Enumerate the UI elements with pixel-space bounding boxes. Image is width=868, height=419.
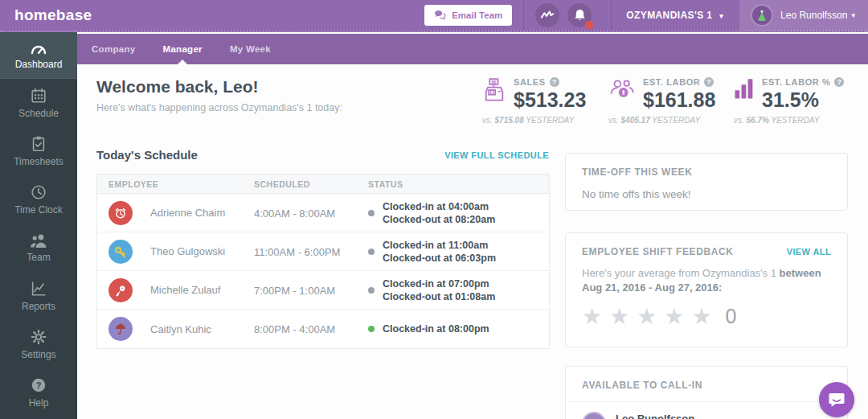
callin-panel: AVAILABLE TO CALL-IN Leo Runolfsson EMPL… <box>565 366 848 419</box>
avatar <box>582 412 606 419</box>
help-tooltip-icon[interactable]: ? <box>550 77 559 87</box>
dashboard-subnav: Company Manager My Week <box>77 34 868 64</box>
header-divider <box>523 0 524 31</box>
microphone-icon <box>114 284 127 297</box>
scheduled-time: 8:00PM - 4:00AM <box>254 323 335 335</box>
status-dot <box>368 287 375 294</box>
table-row: Michelle Zulauf 7:00PM - 1:00AM Clocked-… <box>97 271 549 310</box>
avatar <box>751 4 773 27</box>
bell-icon <box>574 9 586 22</box>
scheduled-time: 7:00PM - 1:00AM <box>254 285 335 297</box>
notification-badge <box>585 21 593 29</box>
notifications-button[interactable] <box>567 3 592 27</box>
sidebar-item-label: Dashboard <box>15 59 63 70</box>
timeoff-panel: TIME-OFF THIS WEEK No time offs this wee… <box>565 153 848 211</box>
tab-manager[interactable]: Manager <box>160 34 206 64</box>
stat-value: $161.88 <box>643 88 715 112</box>
view-all-link[interactable]: VIEW ALL <box>787 247 831 257</box>
help-tooltip-icon[interactable]: ? <box>834 77 844 87</box>
status-dot <box>368 249 375 255</box>
sidebar-item-label: Schedule <box>18 108 59 119</box>
sidebar-item-reports[interactable]: Reports <box>0 272 77 320</box>
chevron-down-icon: ▾ <box>719 12 723 20</box>
activity-button[interactable] <box>535 3 559 27</box>
status-text: Clocked-in at 11:00am Clocked-out at 06:… <box>383 239 496 265</box>
stat-est-labor: EST. LABOR? $161.88 vs. $405.17 YESTERDA… <box>608 77 715 125</box>
employee-name: Michelle Zulauf <box>150 284 220 296</box>
sidebar-item-help[interactable]: ? Help <box>0 368 77 417</box>
view-full-schedule-link[interactable]: VIEW FULL SCHEDULE <box>444 150 549 160</box>
sidebar-item-schedule[interactable]: Schedule <box>0 79 77 127</box>
homebase-dashboard: homebase Email Team OZYMANDIAS'S 1 ▾ <box>0 0 868 419</box>
top-header: homebase Email Team OZYMANDIAS'S 1 ▾ <box>0 0 868 32</box>
help-icon: ? <box>30 376 47 394</box>
team-icon <box>29 232 48 249</box>
sidebar-item-label: Settings <box>21 349 55 360</box>
schedule-table: EMPLOYEE SCHEDULED STATUS Adrienne Chaim… <box>96 174 550 349</box>
team-group-icon <box>608 77 636 101</box>
homebase-logo: homebase <box>0 6 92 24</box>
star-icon: ★ <box>691 303 711 330</box>
callin-employee-name: Leo Runolfsson <box>616 413 694 419</box>
support-chat-button[interactable] <box>819 382 854 417</box>
clock-icon <box>30 183 47 201</box>
chat-smile-icon <box>828 392 845 408</box>
clipboard-icon <box>30 135 47 153</box>
page-title: Welcome back, Leo! <box>96 77 259 97</box>
timeoff-title: TIME-OFF THIS WEEK <box>582 166 831 178</box>
scheduled-time: 4:00AM - 8:00AM <box>254 207 335 220</box>
svg-text:?: ? <box>36 380 42 390</box>
column-header-status: STATUS <box>368 179 549 189</box>
email-team-button[interactable]: Email Team <box>424 5 512 26</box>
list-item: Leo Runolfsson EMPLOYEE <box>582 412 831 419</box>
sidebar-item-time-clock[interactable]: Time Clock <box>0 175 77 224</box>
key-icon <box>114 245 127 258</box>
star-icon: ★ <box>664 303 684 330</box>
stat-sales: SALES? $513.23 vs. $715.08 YESTERDAY <box>482 77 586 125</box>
sidebar-item-label: Reports <box>22 301 55 312</box>
avatar <box>108 240 133 264</box>
sidebar-item-timesheets[interactable]: Timesheets <box>0 127 77 175</box>
company-selector[interactable]: OZYMANDIAS'S 1 ▾ <box>626 10 723 21</box>
schedule-table-header: EMPLOYEE SCHEDULED STATUS <box>97 175 549 194</box>
sidebar-item-team[interactable]: Team <box>0 224 77 272</box>
employee-name: Caitlyn Kuhic <box>150 323 211 335</box>
help-tooltip-icon[interactable]: ? <box>704 77 714 87</box>
feedback-panel: EMPLOYEE SHIFT FEEDBACK VIEW ALL Here's … <box>565 232 848 347</box>
sidebar-item-settings[interactable]: Settings <box>0 320 77 368</box>
chat-bubble-icon <box>434 10 446 22</box>
table-row: Adrienne Chaim 4:00AM - 8:00AM Clocked-i… <box>97 194 549 232</box>
star-icon: ★ <box>637 303 657 330</box>
rating-value: 0 <box>726 305 737 328</box>
activity-icon <box>540 10 555 21</box>
timeoff-body: No time offs this week! <box>582 188 831 200</box>
tab-my-week[interactable]: My Week <box>227 34 274 64</box>
avatar <box>108 317 133 341</box>
gear-icon <box>30 328 47 346</box>
employee-name: Theo Gulgowski <box>150 245 225 257</box>
welcome-subtitle: Here's what's happening across Ozymandia… <box>96 101 354 115</box>
stat-comparison: vs. $715.08 YESTERDAY <box>482 116 586 125</box>
stat-comparison: vs. $405.17 YESTERDAY <box>608 116 715 125</box>
sidebar-item-dashboard[interactable]: Dashboard <box>0 32 77 79</box>
stat-comparison: vs. 56.7% YESTERDAY <box>734 116 844 125</box>
stat-value: 31.5% <box>762 88 844 112</box>
header-actions: Email Team OZYMANDIAS'S 1 ▾ Leo Runolfss… <box>424 0 868 31</box>
column-header-employee: EMPLOYEE <box>97 179 254 189</box>
user-menu[interactable]: Leo Runolfsson ▾ <box>739 0 868 31</box>
status-dot <box>368 326 375 332</box>
tab-company[interactable]: Company <box>88 34 139 64</box>
calendar-icon <box>30 87 47 105</box>
sidebar-item-label: Help <box>29 397 49 409</box>
line-chart-icon <box>30 280 47 298</box>
status-text: Clocked-in at 07:00pm Clocked-out at 01:… <box>383 277 495 303</box>
rating-stars: ★★★★★ 0 <box>582 303 831 330</box>
main-content: Welcome back, Leo! Here's what's happeni… <box>77 64 868 419</box>
divider <box>566 401 847 402</box>
gauge-icon <box>29 41 48 55</box>
stat-est-labor-pct: EST. LABOR %? 31.5% vs. 56.7% YESTERDAY <box>734 77 844 125</box>
stat-value: $513.23 <box>514 88 586 112</box>
sidebar-item-label: Time Clock <box>14 204 63 216</box>
table-row: Theo Gulgowski 11:00AM - 6:00PM Clocked-… <box>97 232 549 271</box>
alarm-clock-icon <box>114 207 127 220</box>
